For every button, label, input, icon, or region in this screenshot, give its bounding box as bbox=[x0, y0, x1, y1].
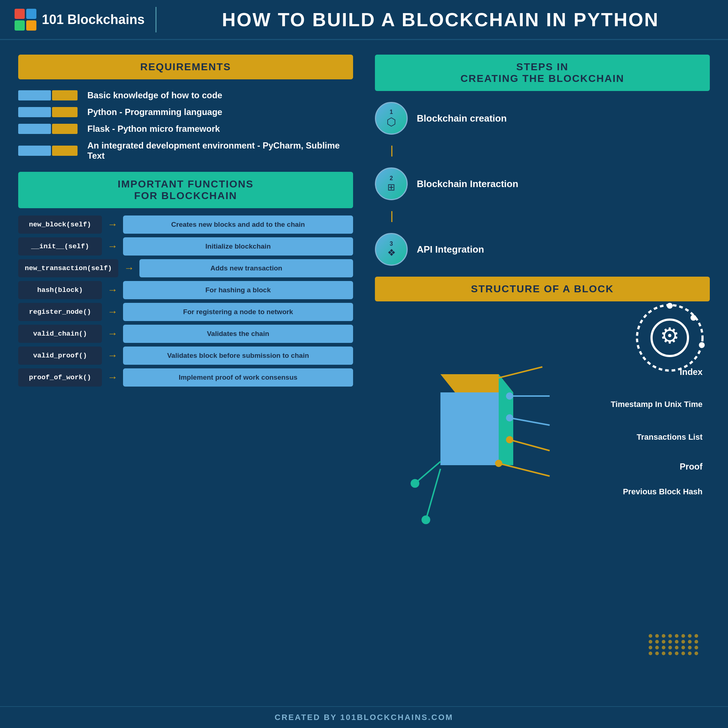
svg-point-3 bbox=[667, 303, 673, 309]
requirements-list: Basic knowledge of how to code Python - … bbox=[18, 90, 353, 161]
func-row-0: new_block(self) → Creates new blocks and… bbox=[18, 216, 353, 234]
func-name-7: proof_of_work() bbox=[18, 369, 102, 387]
func-row-6: valid_proof() → Validates block before s… bbox=[18, 347, 353, 365]
gear-decoration: ⚙ bbox=[633, 301, 706, 374]
func-arrow-1: → bbox=[107, 241, 118, 252]
logo-separator bbox=[155, 7, 156, 32]
func-desc-0: Creates new blocks and add to the chain bbox=[123, 216, 353, 234]
func-desc-6: Validates block before submission to cha… bbox=[123, 347, 353, 365]
func-name-3: hash(block) bbox=[18, 281, 102, 299]
func-name-4: register_node() bbox=[18, 303, 102, 321]
svg-point-15 bbox=[480, 378, 488, 385]
bar-blue bbox=[18, 90, 51, 101]
footer-text: CREATED BY 101BLOCKCHAINS.COM bbox=[275, 713, 454, 722]
step-label-2: API Integration bbox=[417, 244, 484, 255]
func-row-2: new_transaction(self) → Adds new transac… bbox=[18, 259, 353, 277]
svg-point-5 bbox=[699, 342, 705, 348]
step-num-2: 3 bbox=[390, 241, 393, 247]
functions-list: new_block(self) → Creates new blocks and… bbox=[18, 216, 353, 387]
block-label-prevhash: Previous Block Hash bbox=[623, 487, 702, 497]
func-arrow-2: → bbox=[124, 262, 134, 274]
step-circle-0: 1 ⬡ bbox=[375, 102, 408, 135]
block-diagram: ⚙ bbox=[375, 301, 710, 691]
logo-block-yellow bbox=[26, 20, 37, 31]
page-title: HOW TO BUILD A BLOCKCHAIN IN PYTHON bbox=[167, 9, 713, 31]
step-connector-0 bbox=[375, 145, 710, 156]
svg-point-17 bbox=[506, 414, 513, 422]
req-item-4: An integrated development environment - … bbox=[18, 141, 353, 161]
dots-decoration bbox=[648, 634, 699, 655]
step-icon-1: ⊞ bbox=[387, 182, 395, 193]
func-name-0: new_block(self) bbox=[18, 216, 102, 234]
bar-gold bbox=[52, 107, 78, 117]
bar-gold bbox=[52, 145, 78, 156]
steps-section: STEPS IN CREATING THE BLOCKCHAIN 1 ⬡ Blo… bbox=[375, 55, 710, 266]
func-arrow-5: → bbox=[107, 328, 118, 340]
step-item-0: 1 ⬡ Blockchain creation bbox=[375, 102, 710, 135]
func-row-7: proof_of_work() → Implement proof of wor… bbox=[18, 369, 353, 387]
func-row-1: __init__(self) → Initialize blockchain bbox=[18, 237, 353, 255]
bar-gold bbox=[52, 90, 78, 101]
func-name-6: valid_proof() bbox=[18, 347, 102, 365]
func-name-1: __init__(self) bbox=[18, 237, 102, 255]
step-item-2: 3 ❖ API Integration bbox=[375, 233, 710, 266]
func-arrow-6: → bbox=[107, 350, 118, 361]
svg-line-13 bbox=[509, 440, 550, 451]
step-icon-2: ❖ bbox=[387, 247, 396, 258]
block-label-timestamp: Timestamp In Unix Time bbox=[611, 400, 702, 409]
bar-blue bbox=[18, 124, 51, 134]
svg-rect-7 bbox=[440, 392, 499, 465]
func-desc-5: Validates the chain bbox=[123, 325, 353, 343]
func-row-5: valid_chain() → Validates the chain bbox=[18, 325, 353, 343]
req-bar-2 bbox=[18, 107, 80, 117]
req-item-2: Python - Programming language bbox=[18, 107, 353, 117]
header: 101 Blockchains HOW TO BUILD A BLOCKCHAI… bbox=[0, 0, 728, 40]
func-row-3: hash(block) → For hashing a block bbox=[18, 281, 353, 299]
req-text-4: An integrated development environment - … bbox=[87, 141, 353, 161]
step-label-1: Blockchain Interaction bbox=[417, 178, 518, 190]
svg-point-19 bbox=[495, 460, 502, 467]
step-connector-1 bbox=[375, 211, 710, 222]
functions-section: IMPORTANT FUNCTIONS FOR BLOCKCHAIN new_b… bbox=[18, 172, 353, 387]
svg-point-18 bbox=[506, 436, 513, 444]
req-bar-1 bbox=[18, 90, 80, 101]
func-desc-2: Adds new transaction bbox=[139, 259, 353, 277]
func-desc-3: For hashing a block bbox=[123, 281, 353, 299]
func-arrow-0: → bbox=[107, 219, 118, 230]
svg-line-12 bbox=[509, 418, 550, 425]
logo-block-blue bbox=[26, 9, 37, 19]
step-icon-0: ⬡ bbox=[387, 115, 396, 128]
step-num-1: 2 bbox=[390, 175, 393, 182]
func-arrow-3: → bbox=[107, 284, 118, 296]
logo-text: 101 Blockchains bbox=[42, 12, 145, 27]
structure-heading: STRUCTURE OF A BLOCK bbox=[375, 277, 710, 301]
svg-line-23 bbox=[426, 469, 440, 520]
step-item-1: 2 ⊞ Blockchain Interaction bbox=[375, 167, 710, 200]
steps-heading: STEPS IN CREATING THE BLOCKCHAIN bbox=[375, 55, 710, 91]
logo-block-green bbox=[15, 20, 25, 31]
func-arrow-4: → bbox=[107, 306, 118, 318]
logo-area: 101 Blockchains bbox=[15, 9, 145, 31]
bar-blue bbox=[18, 145, 51, 156]
step-circle-2: 3 ❖ bbox=[375, 233, 408, 266]
svg-point-4 bbox=[691, 315, 696, 321]
step-label-0: Blockchain creation bbox=[417, 113, 507, 124]
func-desc-4: For registering a node to network bbox=[123, 303, 353, 321]
structure-section: STRUCTURE OF A BLOCK ⚙ bbox=[375, 277, 710, 691]
bar-gold bbox=[52, 124, 78, 134]
left-column: REQUIREMENTS Basic knowledge of how to c… bbox=[18, 55, 368, 691]
block-label-index: Index bbox=[680, 367, 702, 377]
block-label-proof: Proof bbox=[680, 462, 702, 472]
block-label-transactions: Transactions List bbox=[637, 433, 702, 442]
req-text-3: Flask - Python micro framework bbox=[87, 124, 220, 134]
footer: CREATED BY 101BLOCKCHAINS.COM bbox=[0, 706, 728, 728]
func-arrow-7: → bbox=[107, 372, 118, 383]
block-3d-svg bbox=[397, 356, 579, 574]
func-desc-7: Implement proof of work consensus bbox=[123, 369, 353, 387]
functions-heading: IMPORTANT FUNCTIONS FOR BLOCKCHAIN bbox=[18, 172, 353, 208]
svg-point-16 bbox=[506, 392, 513, 400]
connector-line-0 bbox=[391, 145, 392, 156]
logo-block-red bbox=[15, 9, 25, 19]
svg-line-14 bbox=[499, 463, 550, 476]
step-circle-1: 2 ⊞ bbox=[375, 167, 408, 200]
